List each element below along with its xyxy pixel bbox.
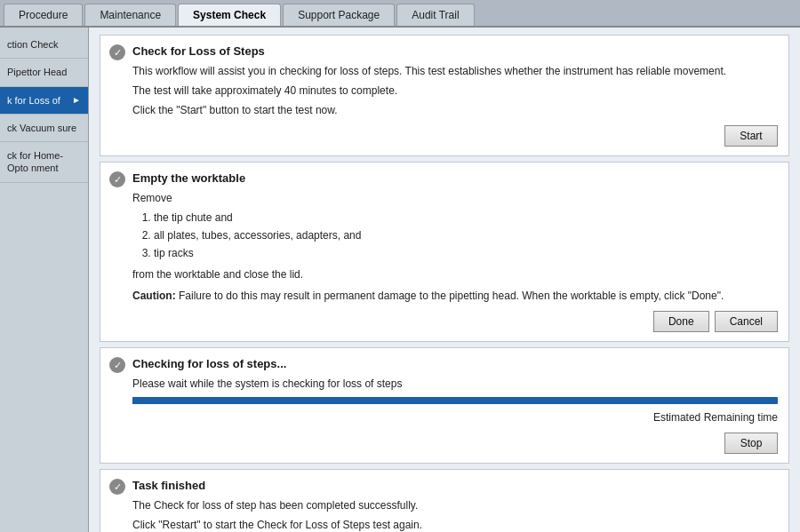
remaining-time-row: Estimated Remaining time	[132, 409, 778, 425]
step1-title: Check for Loss of Steps	[132, 44, 778, 58]
sidebar-item-home-opto[interactable]: ck for Home-Opto nment	[0, 142, 88, 183]
step2-check-icon: ✓	[109, 171, 125, 187]
tab-procedure[interactable]: Procedure	[4, 4, 83, 26]
step3-button-row: Stop	[132, 433, 778, 454]
step4-check-icon: ✓	[109, 479, 125, 495]
tab-support-package[interactable]: Support Package	[283, 4, 395, 26]
chevron-right-icon: ►	[72, 94, 81, 106]
sidebar-item-pipettor-head[interactable]: Pipettor Head	[0, 59, 88, 86]
tab-bar: Procedure Maintenance System Check Suppo…	[0, 0, 800, 28]
content-panel: ✓ Check for Loss of Steps This workflow …	[89, 28, 800, 532]
sidebar-item-action-check[interactable]: ction Check	[0, 31, 88, 59]
app-window: Procedure Maintenance System Check Suppo…	[0, 0, 800, 532]
step1-button-row: Start	[132, 125, 778, 147]
tab-audit-trail[interactable]: Audit Trail	[396, 4, 474, 26]
tab-system-check[interactable]: System Check	[178, 4, 281, 26]
step2-list: the tip chute and all plates, tubes, acc…	[154, 210, 778, 261]
step4-title: Task finished	[132, 479, 778, 492]
stop-button[interactable]: Stop	[724, 433, 778, 454]
step4-body: The Check for loss of step has been comp…	[132, 497, 778, 532]
list-item: the tip chute and	[154, 210, 778, 226]
caution-text: Caution: Failure to do this may result i…	[132, 288, 778, 304]
step3-check-icon: ✓	[109, 357, 125, 373]
progress-bar-fill	[132, 397, 746, 404]
step-2-section: ✓ Empty the worktable Remove the tip chu…	[100, 162, 789, 342]
cancel-button[interactable]: Cancel	[715, 311, 778, 332]
start-button[interactable]: Start	[724, 125, 778, 147]
tab-maintenance[interactable]: Maintenance	[84, 4, 176, 26]
step3-title: Checking for loss of steps...	[132, 357, 778, 370]
step2-title: Empty the worktable	[132, 171, 778, 185]
sidebar: ction Check Pipettor Head k for Loss of …	[0, 28, 89, 532]
sidebar-item-loss-of-steps[interactable]: k for Loss of ►	[0, 87, 88, 115]
main-area: ction Check Pipettor Head k for Loss of …	[0, 28, 800, 532]
step-3-section: ✓ Checking for loss of steps... Please w…	[100, 347, 789, 464]
step3-body: Please wait while the system is checking…	[132, 376, 778, 425]
step1-body: This workflow will assist you in checkin…	[132, 63, 778, 118]
list-item: all plates, tubes, accessories, adapters…	[154, 227, 778, 243]
step1-check-icon: ✓	[109, 44, 125, 60]
list-item: tip racks	[154, 245, 778, 261]
content-scroll[interactable]: ✓ Check for Loss of Steps This workflow …	[89, 28, 800, 532]
done-button[interactable]: Done	[653, 311, 709, 332]
sidebar-item-vacuum[interactable]: ck Vacuum sure	[0, 115, 88, 142]
progress-bar	[132, 397, 778, 404]
step2-body: Remove the tip chute and all plates, tub…	[132, 190, 778, 304]
step-4-section: ✓ Task finished The Check for loss of st…	[100, 469, 789, 532]
step2-button-row: Done Cancel	[132, 311, 778, 332]
step-1-section: ✓ Check for Loss of Steps This workflow …	[100, 35, 789, 156]
remaining-time-label: Estimated Remaining time	[653, 409, 778, 425]
